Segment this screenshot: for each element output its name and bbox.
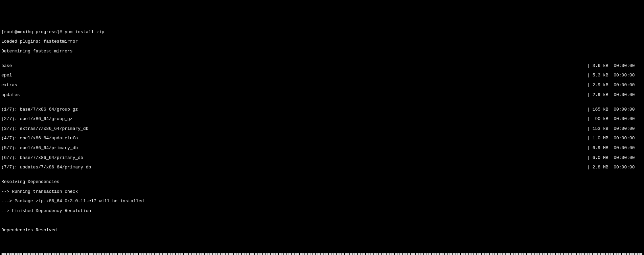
- fetch-name: (5/7): epel/x86_64/primary_db: [1, 146, 78, 150]
- repo-name: epel: [1, 73, 12, 78]
- fetch-stats: | 153 kB 00:00:00: [587, 126, 643, 131]
- plugins-line: Loaded plugins: fastestmirror: [1, 39, 643, 44]
- hr-rule: ========================================…: [1, 252, 643, 255]
- finished-line: --> Finished Dependency Resolution: [1, 209, 643, 213]
- fetch-stats: | 2.8 MB 00:00:00: [587, 165, 643, 170]
- terminal-output: { "prompt": { "ps1": "[root@mexihq progr…: [0, 10, 644, 255]
- deps-resolved-line: Dependencies Resolved: [1, 228, 643, 233]
- resolving-line: Resolving Dependencies: [1, 180, 643, 184]
- fetch-stats: | 165 kB 00:00:00: [587, 107, 643, 112]
- fetch-row: (7/7): updates/7/x86_64/primary_db| 2.8 …: [1, 165, 643, 170]
- fetch-row: (2/7): epel/x86_64/group_gz| 90 kB 00:00…: [1, 117, 643, 121]
- blank-line: [1, 218, 643, 223]
- fetch-name: (1/7): base/7/x86_64/group_gz: [1, 107, 78, 112]
- pkg-will-install-line: ---> Package zip.x86_64 0:3.0-11.el7 wil…: [1, 199, 643, 204]
- repo-name: updates: [1, 93, 20, 97]
- repo-name: extras: [1, 83, 17, 88]
- repo-name: base: [1, 64, 12, 68]
- repo-stats: | 2.9 kB 00:00:00: [587, 83, 643, 88]
- repo-stats: | 3.6 kB 00:00:00: [587, 64, 643, 68]
- command: yum install zip: [65, 29, 104, 34]
- fetch-stats: | 6.0 MB 00:00:00: [587, 156, 643, 160]
- determining-line: Determining fastest mirrors: [1, 49, 643, 54]
- fetch-name: (3/7): extras/7/x86_64/primary_db: [1, 126, 88, 131]
- fetch-stats: | 6.9 MB 00:00:00: [587, 146, 643, 150]
- fetch-row: (6/7): base/7/x86_64/primary_db| 6.0 MB …: [1, 156, 643, 160]
- fetch-row: (4/7): epel/x86_64/updateinfo| 1.0 MB 00…: [1, 136, 643, 141]
- fetch-row: (5/7): epel/x86_64/primary_db| 6.9 MB 00…: [1, 146, 643, 150]
- fetch-name: (2/7): epel/x86_64/group_gz: [1, 117, 73, 121]
- fetch-stats: | 90 kB 00:00:00: [587, 117, 643, 121]
- fetch-row: (3/7): extras/7/x86_64/primary_db| 153 k…: [1, 126, 643, 131]
- repo-row: extras| 2.9 kB 00:00:00: [1, 83, 643, 88]
- runcheck-line: --> Running transaction check: [1, 189, 643, 194]
- fetch-stats: | 1.0 MB 00:00:00: [587, 136, 643, 141]
- repo-row: updates| 2.9 kB 00:00:00: [1, 93, 643, 97]
- repo-stats: | 2.9 kB 00:00:00: [587, 93, 643, 97]
- repo-row: epel| 5.3 kB 00:00:00: [1, 73, 643, 78]
- fetch-name: (6/7): base/7/x86_64/primary_db: [1, 156, 83, 160]
- fetch-row: (1/7): base/7/x86_64/group_gz| 165 kB 00…: [1, 107, 643, 112]
- fetch-name: (7/7): updates/7/x86_64/primary_db: [1, 165, 91, 170]
- ps1: [root@mexihq progress]#: [1, 29, 65, 34]
- fetch-name: (4/7): epel/x86_64/updateinfo: [1, 136, 78, 141]
- prompt-line[interactable]: [root@mexihq progress]# yum install zip: [1, 30, 643, 34]
- repo-row: base| 3.6 kB 00:00:00: [1, 64, 643, 68]
- blank-line: [1, 238, 643, 242]
- repo-stats: | 5.3 kB 00:00:00: [587, 73, 643, 78]
